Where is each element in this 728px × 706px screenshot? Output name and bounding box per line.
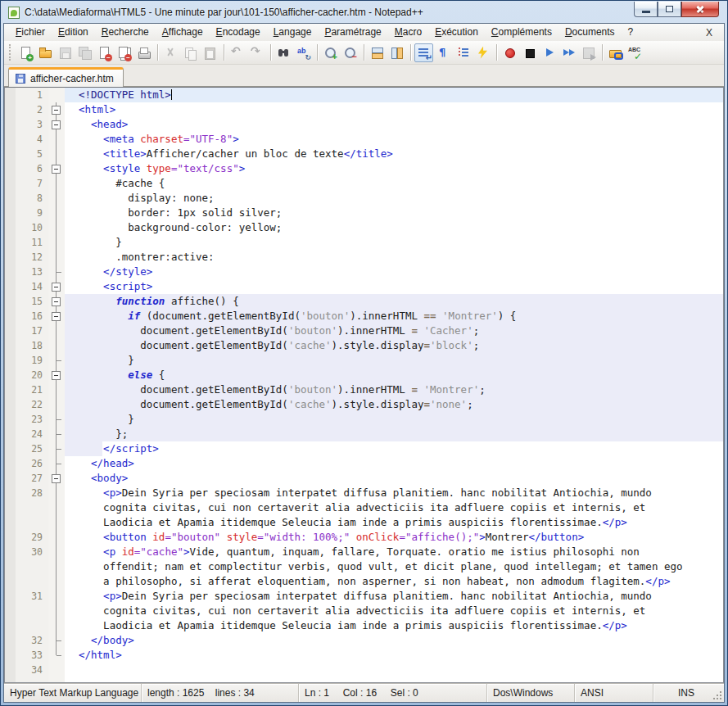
bookmark-margin[interactable] [5, 338, 16, 353]
code-text[interactable]: document.getElementById('cache').style.d… [65, 338, 723, 353]
fold-collapse-marker[interactable] [48, 279, 65, 294]
code-text[interactable]: <title>Afficher/cacher un bloc de texte<… [65, 147, 723, 161]
bookmark-margin[interactable] [5, 663, 16, 677]
bookmark-margin[interactable] [5, 368, 16, 382]
menu-item-affichage[interactable]: Affichage [156, 25, 210, 40]
minimize-button[interactable] [634, 2, 658, 17]
code-text[interactable]: <script> [65, 279, 723, 294]
sync-horizontal-scroll-button[interactable] [387, 43, 406, 62]
fold-collapse-marker[interactable] [48, 471, 65, 486]
record-macro-button[interactable] [500, 43, 519, 62]
code-text[interactable]: }; [65, 427, 723, 441]
bookmark-margin[interactable] [5, 88, 16, 102]
code-text[interactable]: .montrer:active: [65, 250, 723, 265]
bookmark-margin[interactable] [5, 604, 16, 618]
bookmark-margin[interactable] [5, 117, 16, 132]
code-text[interactable]: <!DOCTYPE html> [65, 88, 723, 102]
menu-item-recherche[interactable]: Recherche [95, 25, 156, 40]
save-all-button[interactable] [75, 43, 94, 62]
fold-minus-icon[interactable] [52, 120, 61, 129]
word-wrap-button[interactable] [414, 43, 433, 62]
paste-button[interactable] [201, 43, 219, 62]
code-text[interactable]: cognita civitas, cui non certaverit alia… [65, 500, 723, 515]
bookmark-margin[interactable] [5, 309, 16, 324]
code-text[interactable]: #cache { [65, 176, 723, 191]
bookmark-margin[interactable] [5, 382, 16, 397]
open-containing-folder-button[interactable] [606, 43, 625, 62]
fold-collapse-marker[interactable] [48, 102, 65, 117]
code-text[interactable]: border: 1px solid silver; [65, 206, 723, 220]
code-text[interactable]: </script> [65, 441, 723, 456]
copy-button[interactable] [181, 43, 200, 62]
title-bar[interactable]: C:\data\Mediaforma\HTML5 - Une minute pa… [3, 3, 725, 23]
code-text[interactable]: Laodicia et Apamia itidemque Seleucia ia… [65, 515, 723, 530]
save-button[interactable] [56, 43, 75, 62]
spell-check-button[interactable] [626, 43, 644, 62]
code-text[interactable]: <button id="bouton" style="width: 100%;"… [65, 530, 723, 545]
bookmark-margin[interactable] [5, 147, 16, 161]
code-text[interactable]: <meta charset="UTF-8"> [65, 132, 723, 147]
show-all-chars-button[interactable] [434, 43, 453, 62]
fold-minus-icon[interactable] [52, 371, 61, 380]
close-file-button[interactable] [95, 43, 114, 62]
bookmark-margin[interactable] [5, 412, 16, 427]
new-file-button[interactable] [16, 43, 35, 62]
bookmark-margin[interactable] [5, 132, 16, 147]
close-all-button[interactable] [115, 43, 133, 62]
function-completion-button[interactable] [473, 43, 492, 62]
code-text[interactable]: </body> [65, 633, 723, 648]
code-text[interactable]: else { [65, 368, 723, 382]
zoom-out-button[interactable] [341, 43, 359, 62]
menu-item-compl-ments[interactable]: Compléments [485, 25, 558, 40]
undo-button[interactable] [228, 43, 246, 62]
code-text[interactable]: document.getElementById('bouton').innerH… [65, 324, 723, 338]
code-text[interactable]: Laodicia et Apamia itidemque Seleucia ia… [65, 618, 723, 633]
indent-guide-button[interactable] [454, 43, 473, 62]
fold-collapse-marker[interactable] [48, 161, 65, 176]
code-text[interactable]: offendit; nam et complectitur verbis, qu… [65, 559, 723, 574]
menu-item-edition[interactable]: Edition [52, 25, 95, 40]
fold-minus-icon[interactable] [52, 312, 61, 321]
code-text[interactable]: </html> [65, 648, 723, 663]
code-text[interactable]: display: none; [65, 191, 723, 206]
code-text[interactable]: } [65, 353, 723, 368]
code-text[interactable]: } [65, 235, 723, 250]
fold-minus-icon[interactable] [52, 165, 61, 174]
bookmark-margin[interactable] [5, 324, 16, 338]
menu-item-macro[interactable]: Macro [388, 25, 428, 40]
bookmark-margin[interactable] [5, 294, 16, 309]
menu-item-documents[interactable]: Documents [558, 25, 622, 40]
fold-collapse-marker[interactable] [48, 294, 65, 309]
code-text[interactable]: <p>Dein Syria per speciosam interpatet d… [65, 486, 723, 500]
editor-empty-area[interactable] [5, 677, 723, 682]
fold-collapse-marker[interactable] [48, 368, 65, 382]
code-text[interactable]: cognita civitas, cui non certaverit alia… [65, 604, 723, 618]
close-document-button[interactable]: X [706, 27, 719, 38]
bookmark-margin[interactable] [5, 618, 16, 633]
bookmark-margin[interactable] [5, 545, 16, 559]
fold-minus-icon[interactable] [52, 474, 61, 483]
cut-button[interactable] [161, 43, 180, 62]
toolbar-grip[interactable] [9, 44, 12, 61]
save-macro-button[interactable] [579, 43, 598, 62]
menu-item-langage[interactable]: Langage [267, 25, 319, 40]
code-text[interactable] [65, 663, 723, 677]
bookmark-margin[interactable] [5, 102, 16, 117]
code-text[interactable]: </style> [65, 265, 723, 279]
menu-item-fichier[interactable]: Fichier [9, 25, 52, 40]
stop-macro-button[interactable] [520, 43, 539, 62]
code-text[interactable]: <body> [65, 471, 723, 486]
sync-vertical-scroll-button[interactable] [368, 43, 387, 62]
code-text[interactable]: background-color: yellow; [65, 220, 723, 235]
bookmark-margin[interactable] [5, 191, 16, 206]
bookmark-margin[interactable] [5, 574, 16, 589]
bookmark-margin[interactable] [5, 427, 16, 441]
code-text[interactable]: <p id="cache">Vide, quantum, inquam, fal… [65, 545, 723, 559]
code-text[interactable]: </head> [65, 456, 723, 471]
bookmark-margin[interactable] [5, 515, 16, 530]
bookmark-margin[interactable] [5, 486, 16, 500]
bookmark-margin[interactable] [5, 206, 16, 220]
bookmark-margin[interactable] [5, 279, 16, 294]
code-text[interactable]: document.getElementById('cache').style.d… [65, 397, 723, 412]
bookmark-margin[interactable] [5, 397, 16, 412]
